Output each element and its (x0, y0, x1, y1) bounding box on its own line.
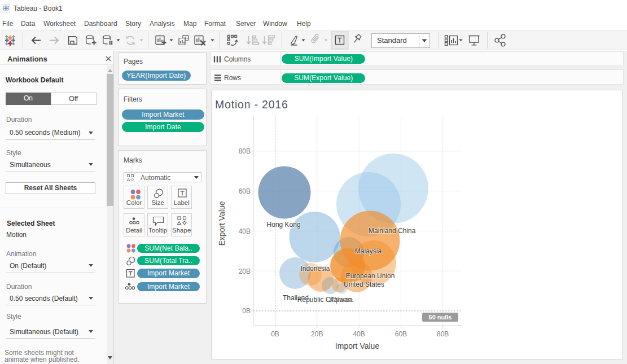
svg-text:Malaysia: Malaysia (355, 247, 382, 255)
svg-text:60B: 60B (395, 330, 407, 338)
svg-text:40B: 40B (239, 227, 251, 235)
svg-text:80B: 80B (239, 147, 251, 155)
svg-text:0B: 0B (271, 330, 279, 338)
svg-text:50 nulls: 50 nulls (429, 314, 452, 321)
svg-text:Taiwan: Taiwan (331, 296, 352, 304)
svg-text:Mainland China: Mainland China (369, 227, 416, 235)
svg-text:0B: 0B (242, 307, 251, 315)
svg-text:40B: 40B (353, 330, 365, 338)
svg-text:Export Value: Export Value (217, 201, 226, 245)
svg-text:60B: 60B (239, 187, 251, 195)
svg-text:European Union: European Union (346, 272, 395, 280)
svg-text:Import Value: Import Value (335, 341, 380, 350)
svg-text:United States: United States (344, 280, 384, 288)
svg-text:Indonesia: Indonesia (300, 265, 330, 273)
svg-text:Standard: Standard (377, 36, 407, 45)
svg-text:20B: 20B (239, 267, 251, 275)
svg-text:Hong Kong: Hong Kong (267, 221, 301, 229)
svg-text:20B: 20B (311, 330, 323, 338)
svg-text:80B: 80B (437, 330, 449, 338)
